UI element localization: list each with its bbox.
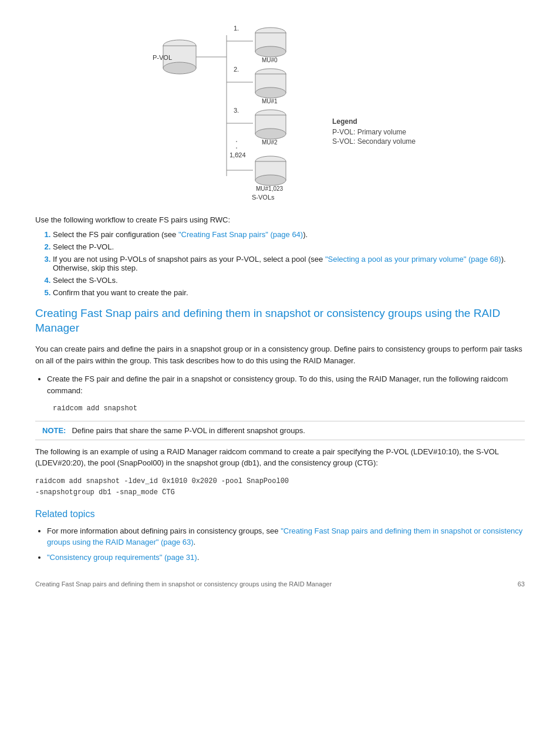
step-2-text: Select the P-VOL. xyxy=(53,242,114,251)
svg-text:3.: 3. xyxy=(234,107,239,114)
related-2-after: . xyxy=(197,553,200,562)
workflow-steps: Select the FS pair configuration (see "C… xyxy=(53,230,525,297)
page-footer: Creating Fast Snap pairs and defining th… xyxy=(35,580,525,588)
step-1: Select the FS pair configuration (see "C… xyxy=(53,230,525,239)
step-3: If you are not using P-VOLs of snapshot … xyxy=(53,255,525,272)
legend-item-svol: S-VOL: Secondary volume xyxy=(332,137,416,146)
step-3-link[interactable]: "Selecting a pool as your primary volume… xyxy=(325,255,501,264)
step-4-text: Select the S-VOLs. xyxy=(53,276,118,285)
bullet-list: Create the FS pair and define the pair i… xyxy=(47,373,525,396)
related-2-link[interactable]: "Consistency group requirements" (page 3… xyxy=(47,553,197,562)
related-topics-list: For more information about defining pair… xyxy=(47,525,525,563)
related-1-before: For more information about defining pair… xyxy=(47,526,281,535)
workflow-intro: Use the following workflow to create FS … xyxy=(35,215,525,224)
code-block-1: raidcom add snapshot xyxy=(53,403,525,414)
footer-text: Creating Fast Snap pairs and defining th… xyxy=(35,580,332,588)
diagram-area: P-VOL 1. 2. 3. 1,024 xyxy=(35,12,525,201)
legend-box: Legend P-VOL: Primary volume S-VOL: Seco… xyxy=(332,117,416,147)
step-3-before: If you are not using P-VOLs of snapshot … xyxy=(53,255,325,264)
related-item-1: For more information about defining pair… xyxy=(47,525,525,548)
note-box: NOTE: Define pairs that share the same P… xyxy=(35,421,525,440)
svg-point-23 xyxy=(255,87,286,98)
section-heading: Creating Fast Snap pairs and defining th… xyxy=(35,306,525,335)
svg-point-19 xyxy=(255,46,286,57)
svg-point-2 xyxy=(163,62,196,74)
note-text: Define pairs that share the same P-VOL i… xyxy=(72,426,305,435)
step-5-text: Confirm that you want to create the pair… xyxy=(53,288,188,297)
svg-text:MU#2: MU#2 xyxy=(262,139,278,146)
code-line-1: raidcom add snapshot -ldev_id 0x1010 0x2… xyxy=(35,476,525,487)
svg-text:P-VOL: P-VOL xyxy=(153,54,172,61)
bullet-1-text: Create the FS pair and define the pair i… xyxy=(47,374,508,395)
svg-text:·: · xyxy=(235,149,238,158)
diagram-svg: P-VOL 1. 2. 3. 1,024 xyxy=(144,12,309,201)
legend-item-pvol: P-VOL: Primary volume xyxy=(332,128,416,136)
code-block-2: raidcom add snapshot -ldev_id 0x1010 0x2… xyxy=(35,476,525,498)
page-content: P-VOL 1. 2. 3. 1,024 xyxy=(35,12,525,588)
footer-page: 63 xyxy=(518,580,525,588)
svg-text:MU#0: MU#0 xyxy=(262,57,278,63)
section-body1: You can create pairs and define the pair… xyxy=(35,343,525,366)
step-2: Select the P-VOL. xyxy=(53,242,525,251)
svg-text:1.: 1. xyxy=(234,25,239,32)
section-body2: The following is an example of using a R… xyxy=(35,446,525,469)
related-topics-heading: Related topics xyxy=(35,509,525,519)
legend-title: Legend xyxy=(332,117,416,126)
svg-point-31 xyxy=(255,175,286,185)
note-label: NOTE: xyxy=(42,426,66,435)
bullet-1: Create the FS pair and define the pair i… xyxy=(47,373,525,396)
related-1-after: . xyxy=(194,538,196,546)
step-1-before: Select the FS pair configuration (see xyxy=(53,230,178,239)
svg-text:2.: 2. xyxy=(234,66,239,73)
svg-text:MU#1,023: MU#1,023 xyxy=(256,185,284,192)
step-1-link[interactable]: "Creating Fast Snap pairs" (page 64) xyxy=(178,230,303,239)
related-item-2: "Consistency group requirements" (page 3… xyxy=(47,552,525,563)
svg-text:MU#1: MU#1 xyxy=(262,98,278,104)
step-1-after: ). xyxy=(303,230,308,239)
step-4: Select the S-VOLs. xyxy=(53,276,525,285)
code-line-2: -snapshotgroup db1 -snap_mode CTG xyxy=(35,487,525,498)
step-5: Confirm that you want to create the pair… xyxy=(53,288,525,297)
svg-point-27 xyxy=(255,129,286,139)
svg-text:S-VOLs: S-VOLs xyxy=(252,194,275,200)
